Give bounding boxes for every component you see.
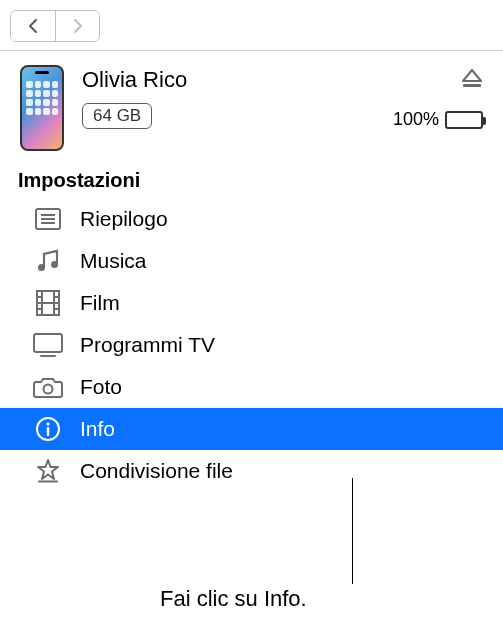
toolbar bbox=[0, 0, 503, 51]
battery-percent: 100% bbox=[393, 109, 439, 130]
back-button[interactable] bbox=[11, 11, 55, 41]
sidebar-item-label: Condivisione file bbox=[80, 459, 233, 483]
sidebar-item-label: Film bbox=[80, 291, 120, 315]
sidebar-item-photos[interactable]: Foto bbox=[0, 366, 503, 408]
device-name: Olivia Rico bbox=[82, 67, 393, 93]
apps-icon bbox=[32, 458, 64, 484]
sidebar-item-tv[interactable]: Programmi TV bbox=[0, 324, 503, 366]
eject-button[interactable] bbox=[461, 69, 483, 89]
chevron-left-icon bbox=[27, 18, 39, 34]
svg-point-19 bbox=[44, 385, 53, 394]
callout-text: Fai clic su Info. bbox=[160, 586, 307, 612]
sidebar-item-music[interactable]: Musica bbox=[0, 240, 503, 282]
music-icon bbox=[32, 248, 64, 274]
battery-icon bbox=[445, 111, 483, 129]
info-icon bbox=[32, 416, 64, 442]
chevron-right-icon bbox=[72, 18, 84, 34]
svg-rect-17 bbox=[34, 334, 62, 352]
sidebar-item-label: Foto bbox=[80, 375, 122, 399]
battery-status: 100% bbox=[393, 109, 483, 130]
film-icon bbox=[32, 290, 64, 316]
section-title-settings: Impostazioni bbox=[0, 159, 503, 198]
list-icon bbox=[32, 208, 64, 230]
sidebar-item-label: Info bbox=[80, 417, 115, 441]
capacity-badge: 64 GB bbox=[82, 103, 152, 129]
sidebar-item-summary[interactable]: Riepilogo bbox=[0, 198, 503, 240]
camera-icon bbox=[32, 376, 64, 398]
nav-group bbox=[10, 10, 100, 42]
device-header: Olivia Rico 64 GB 100% bbox=[0, 51, 503, 159]
tv-icon bbox=[32, 333, 64, 357]
svg-rect-0 bbox=[463, 84, 481, 87]
sidebar-item-label: Programmi TV bbox=[80, 333, 215, 357]
forward-button[interactable] bbox=[55, 11, 99, 41]
sidebar-item-info[interactable]: Info bbox=[0, 408, 503, 450]
sidebar-item-filesharing[interactable]: Condivisione file bbox=[0, 450, 503, 492]
callout-line bbox=[352, 478, 353, 584]
settings-list: Riepilogo Musica Film Programmi TV Foto … bbox=[0, 198, 503, 492]
svg-point-5 bbox=[38, 264, 45, 271]
svg-point-21 bbox=[46, 422, 49, 425]
sidebar-item-label: Musica bbox=[80, 249, 147, 273]
svg-point-6 bbox=[51, 261, 58, 268]
sidebar-item-label: Riepilogo bbox=[80, 207, 168, 231]
device-thumbnail bbox=[20, 65, 64, 151]
eject-icon bbox=[461, 69, 483, 89]
sidebar-item-movies[interactable]: Film bbox=[0, 282, 503, 324]
device-info: Olivia Rico 64 GB bbox=[82, 65, 393, 129]
